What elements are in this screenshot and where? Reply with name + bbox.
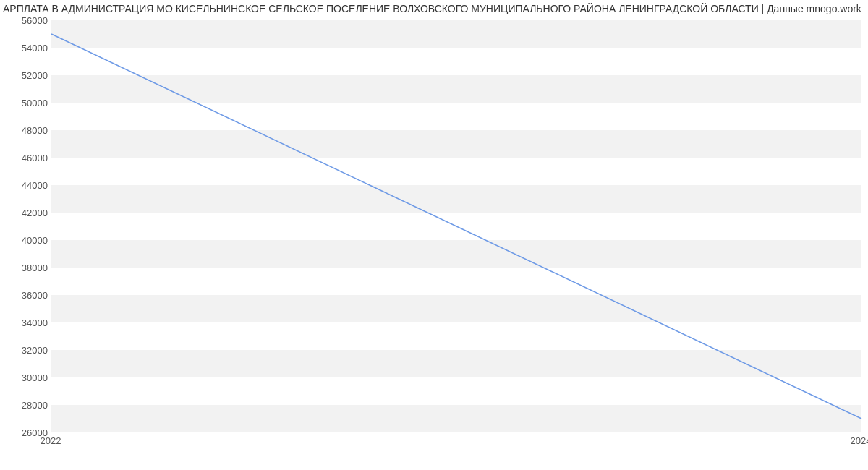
x-tick-label: 2024 xyxy=(851,435,868,446)
y-tick-label: 44000 xyxy=(4,180,48,191)
y-tick-label: 56000 xyxy=(4,15,48,26)
plot-area xyxy=(51,20,861,432)
chart-title: АРПЛАТА В АДМИНИСТРАЦИЯ МО КИСЕЛЬНИНСКОЕ… xyxy=(0,3,868,14)
y-tick-label: 50000 xyxy=(4,98,48,108)
y-tick-label: 48000 xyxy=(4,125,48,136)
y-tick-label: 38000 xyxy=(4,262,48,273)
x-tick-label: 2022 xyxy=(41,435,61,446)
y-tick-label: 30000 xyxy=(4,372,48,383)
series-line xyxy=(51,34,861,419)
y-tick-label: 46000 xyxy=(4,153,48,163)
y-tick-label: 54000 xyxy=(4,43,48,54)
y-tick-label: 36000 xyxy=(4,290,48,301)
y-tick-label: 42000 xyxy=(4,208,48,218)
y-tick-label: 28000 xyxy=(4,400,48,411)
line-layer xyxy=(51,20,861,432)
y-tick-label: 34000 xyxy=(4,317,48,328)
y-tick-label: 32000 xyxy=(4,345,48,356)
y-tick-label: 40000 xyxy=(4,235,48,246)
y-tick-label: 52000 xyxy=(4,70,48,81)
